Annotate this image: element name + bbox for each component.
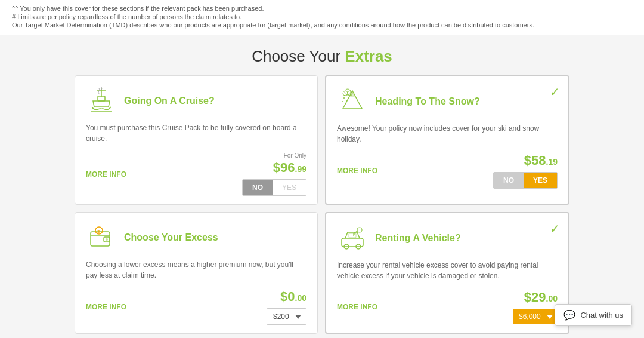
excess-icon: $: [86, 222, 117, 253]
excess-more-info[interactable]: MORE INFO: [86, 303, 126, 311]
cards-row-2: $ Choose Your Excess Choosing a lower ex…: [75, 212, 569, 334]
cruise-yes-button[interactable]: YES: [273, 180, 306, 195]
extras-container: Going On A Cruise? You must purchase thi…: [63, 75, 581, 338]
snow-price: $58.19: [524, 153, 558, 168]
svg-point-14: [106, 238, 108, 241]
cruise-more-info[interactable]: MORE INFO: [86, 170, 126, 179]
chat-label: Chat with us: [580, 311, 623, 319]
note-line2: # Limits are per policy regardless of th…: [12, 13, 632, 20]
rental-header: Renting A Vehicle?: [337, 223, 558, 254]
cruise-card: Going On A Cruise? You must purchase thi…: [75, 75, 318, 205]
cruise-footer: MORE INFO For Only $96.99 NO YES: [86, 152, 306, 196]
cards-row-1: Going On A Cruise? You must purchase thi…: [75, 75, 569, 205]
cruise-price-whole: $96.99: [273, 160, 306, 175]
excess-select[interactable]: $0 $100 $200 $300 $500: [267, 308, 306, 325]
snow-title: Heading To The Snow?: [375, 96, 480, 107]
snow-yes-button[interactable]: YES: [524, 173, 557, 188]
cruise-no-button[interactable]: NO: [243, 180, 273, 195]
snow-card: ✓: [325, 75, 569, 205]
top-notes: ^^ You only have this cover for these se…: [0, 0, 644, 35]
rental-footer: MORE INFO $29.00 $0 $2,000 $4,000 $6,000…: [337, 290, 558, 324]
rental-title: Renting A Vehicle?: [375, 233, 461, 244]
excess-card: $ Choose Your Excess Choosing a lower ex…: [75, 212, 318, 334]
excess-desc: Choosing a lower excess means a higher p…: [86, 259, 306, 281]
excess-header: $ Choose Your Excess: [86, 222, 306, 253]
cruise-for-only: For Only: [242, 152, 306, 159]
rental-check-icon: ✓: [550, 222, 560, 236]
note-line3: Our Target Market Determination (TMD) de…: [12, 21, 632, 29]
snow-desc: Awesome! Your policy now includes cover …: [337, 123, 558, 145]
cruise-toggle[interactable]: NO YES: [242, 179, 306, 196]
excess-footer: MORE INFO $0.00 $0 $100 $200 $300 $500: [86, 289, 306, 325]
rental-select[interactable]: $0 $2,000 $4,000 $6,000 $8,000: [513, 309, 558, 324]
snow-icon: [337, 86, 368, 117]
svg-point-21: [357, 228, 362, 232]
snow-price-area: $58.19 NO YES: [493, 153, 558, 189]
cruise-price: $96.99: [242, 160, 306, 176]
snow-header: Heading To The Snow?: [337, 86, 558, 117]
snow-footer: MORE INFO $58.19 NO YES: [337, 153, 558, 189]
rental-price: $29.00: [524, 290, 558, 305]
svg-point-10: [346, 100, 347, 101]
svg-point-11: [342, 101, 343, 102]
chat-button[interactable]: 💬 Chat with us: [555, 304, 632, 326]
rental-card: ✓: [325, 212, 569, 334]
snow-toggle[interactable]: NO YES: [493, 172, 558, 189]
excess-title: Choose Your Excess: [124, 232, 218, 243]
cruise-price-area: For Only $96.99 NO YES: [242, 152, 306, 196]
snow-no-button[interactable]: NO: [494, 173, 524, 188]
page-title: Choose Your Extras: [0, 35, 644, 75]
note-line1: ^^ You only have this cover for these se…: [12, 5, 632, 12]
snow-check-icon: ✓: [550, 85, 560, 99]
svg-point-9: [343, 97, 345, 99]
excess-price: $0.00: [280, 289, 306, 304]
snow-more-info[interactable]: MORE INFO: [337, 167, 377, 175]
rental-desc: Increase your rental vehicle excess cove…: [337, 260, 558, 281]
svg-text:$: $: [97, 229, 100, 234]
excess-price-area: $0.00 $0 $100 $200 $300 $500: [267, 289, 306, 325]
rental-more-info[interactable]: MORE INFO: [337, 303, 377, 311]
rental-price-area: $29.00 $0 $2,000 $4,000 $6,000 $8,000: [513, 290, 558, 324]
cruise-icon: [86, 85, 117, 116]
chat-icon: 💬: [564, 309, 575, 321]
cruise-title: Going On A Cruise?: [124, 96, 215, 106]
cruise-desc: You must purchase this Cruise Pack to be…: [86, 122, 306, 144]
cruise-header: Going On A Cruise?: [86, 85, 306, 116]
rental-icon: [337, 223, 368, 254]
